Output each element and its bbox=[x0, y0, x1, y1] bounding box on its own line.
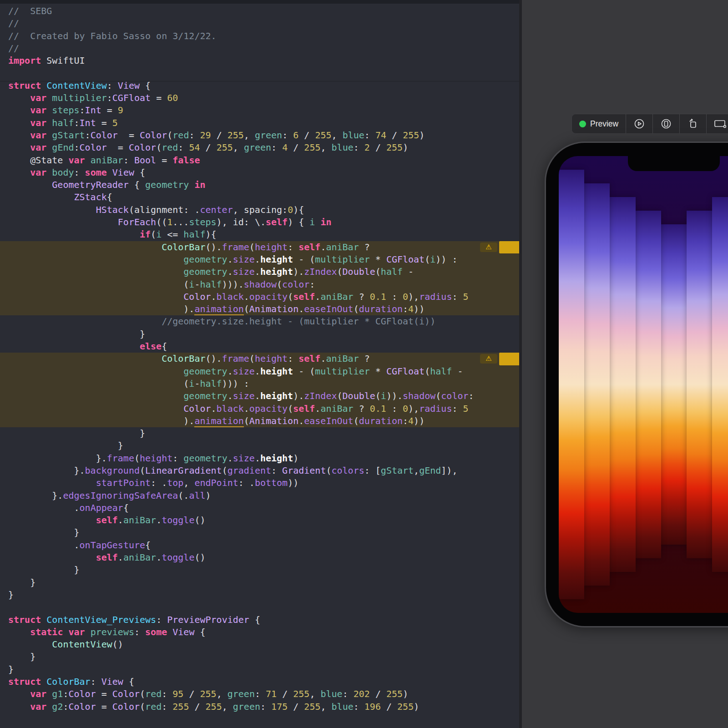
code-line: ).animation(Animation.easeInOut(duration… bbox=[0, 415, 519, 427]
code-line: var multiplier:CGFloat = 60 bbox=[0, 92, 519, 104]
color-bar bbox=[610, 197, 635, 572]
rotate-device-icon bbox=[687, 118, 699, 130]
code-line: } bbox=[0, 440, 519, 452]
code-line: struct ContentView_Previews: PreviewProv… bbox=[0, 614, 519, 626]
code-line: geometry.size.height).zIndex(Double(i)).… bbox=[0, 390, 519, 402]
code-line: var steps:Int = 9 bbox=[0, 104, 519, 116]
preview-toolbar: Preview bbox=[571, 114, 728, 134]
code-line: // bbox=[0, 42, 519, 55]
code-line: ContentView() bbox=[0, 638, 519, 651]
code-line: }.frame(height: geometry.size.height) bbox=[0, 452, 519, 465]
warning-badge[interactable] bbox=[499, 353, 519, 365]
warning-icon[interactable]: ⚠ bbox=[480, 243, 497, 252]
play-circle-icon bbox=[633, 118, 645, 130]
warning-icon[interactable]: ⚠ bbox=[480, 354, 497, 364]
code-line: // SEBG bbox=[0, 5, 519, 17]
color-bar bbox=[559, 170, 584, 599]
preview-on-device-button[interactable] bbox=[653, 114, 679, 133]
code-line: import SwiftUI bbox=[0, 55, 519, 67]
color-bar bbox=[584, 183, 610, 586]
code-line: (i-half))).shadow(color: bbox=[0, 278, 519, 291]
preview-display-button[interactable] bbox=[707, 114, 728, 133]
color-bar bbox=[636, 211, 661, 558]
iphone-preview bbox=[545, 142, 728, 627]
code-line: Color.black.opacity(self.aniBar ? 0.1 : … bbox=[0, 291, 519, 303]
orientation-button[interactable] bbox=[680, 114, 706, 133]
display-icon bbox=[713, 118, 726, 130]
code-line: geometry.size.height - (multiplier * CGF… bbox=[0, 253, 519, 266]
code-line: var half:Int = 5 bbox=[0, 117, 519, 129]
code-line: struct ColorBar: View { bbox=[0, 676, 519, 688]
editor-scope-divider bbox=[0, 81, 519, 81]
code-line: ZStack{ bbox=[0, 191, 519, 203]
code-line: } bbox=[0, 576, 519, 589]
code-line: ColorBar().frame(height: self.aniBar ?⚠ bbox=[0, 353, 519, 365]
code-line: // Created by Fabio Sasso on 3/12/22. bbox=[0, 30, 519, 42]
code-line: .onTapGesture{ bbox=[0, 539, 519, 551]
code-line: self.aniBar.toggle() bbox=[0, 514, 519, 526]
code-line: }.edgesIgnoringSafeArea(.all) bbox=[0, 490, 519, 502]
code-line: // bbox=[0, 17, 519, 30]
code-line: var gStart:Color = Color(red: 29 / 255, … bbox=[0, 129, 519, 142]
code-text: // SEBG//// Created by Fabio Sasso on 3/… bbox=[0, 5, 519, 713]
code-line: ColorBar().frame(height: self.aniBar ?⚠ bbox=[0, 241, 519, 253]
code-line: var gEnd:Color = Color(red: 54 / 255, gr… bbox=[0, 142, 519, 154]
color-bar bbox=[687, 211, 712, 558]
color-bar bbox=[712, 197, 728, 572]
code-line: } bbox=[0, 651, 519, 663]
code-line: startPoint: .top, endPoint: .bottom)) bbox=[0, 477, 519, 489]
color-bar bbox=[661, 224, 687, 545]
code-line: }.background(LinearGradient(gradient: Gr… bbox=[0, 465, 519, 477]
xcode-window: { "editor": { "background": "#2A2C34", "… bbox=[0, 0, 728, 728]
code-line: @State var aniBar: Bool = false bbox=[0, 154, 519, 167]
code-line: geometry.size.height - (multiplier * CGF… bbox=[0, 365, 519, 378]
iphone-screen[interactable] bbox=[559, 156, 728, 613]
iphone-notch bbox=[628, 156, 720, 171]
code-line: var body: some View { bbox=[0, 167, 519, 179]
preview-label: Preview bbox=[590, 119, 618, 129]
code-line: var g2:Color = Color(red: 255 / 255, gre… bbox=[0, 701, 519, 713]
code-line: static var previews: some View { bbox=[0, 626, 519, 638]
code-line: geometry.size.height).zIndex(Double(half… bbox=[0, 266, 519, 278]
device-bezel-icon bbox=[660, 118, 672, 130]
code-line: } bbox=[0, 427, 519, 440]
code-line: //geometry.size.height - (multiplier * C… bbox=[0, 315, 519, 328]
code-line: else{ bbox=[0, 340, 519, 353]
code-line: } bbox=[0, 663, 519, 676]
code-line: } bbox=[0, 564, 519, 576]
preview-status: Preview bbox=[572, 114, 626, 133]
window-top-edge bbox=[0, 0, 519, 4]
code-line: GeometryReader { geometry in bbox=[0, 179, 519, 191]
code-line: HStack(alignment: .center, spacing:0){ bbox=[0, 204, 519, 216]
preview-canvas: Preview bbox=[522, 0, 728, 728]
warning-badge[interactable] bbox=[499, 241, 519, 253]
code-line: Color.black.opacity(self.aniBar ? 0.1 : … bbox=[0, 403, 519, 415]
code-editor[interactable]: // SEBG//// Created by Fabio Sasso on 3/… bbox=[0, 0, 519, 728]
code-line bbox=[0, 601, 519, 613]
code-line: } bbox=[0, 328, 519, 340]
code-line bbox=[0, 67, 519, 79]
code-line: var g1:Color = Color(red: 95 / 255, gree… bbox=[0, 688, 519, 700]
code-line: } bbox=[0, 589, 519, 601]
code-line: if(i <= half){ bbox=[0, 228, 519, 241]
live-preview-button[interactable] bbox=[626, 114, 652, 133]
code-line: (i-half))) : bbox=[0, 378, 519, 390]
preview-status-dot bbox=[579, 121, 586, 127]
code-line: ForEach((1...steps), id: \.self) { i in bbox=[0, 216, 519, 228]
code-line: self.aniBar.toggle() bbox=[0, 551, 519, 564]
code-line: .onAppear{ bbox=[0, 502, 519, 514]
code-line: } bbox=[0, 526, 519, 539]
code-line: ).animation(Animation.easeInOut(duration… bbox=[0, 303, 519, 315]
